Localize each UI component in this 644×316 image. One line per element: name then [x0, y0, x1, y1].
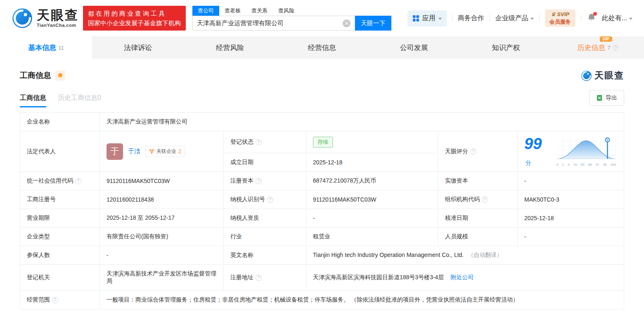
- field-label: 纳税人识别号?: [224, 190, 306, 209]
- chevron-down-icon: [629, 18, 632, 20]
- approval-date-value: 2025-12-18: [518, 209, 624, 228]
- established-date-value: 2025-12-18: [306, 153, 438, 172]
- apps-menu[interactable]: 应用: [407, 10, 447, 26]
- chevron-down-icon: [438, 18, 442, 20]
- score-value: 99分: [524, 136, 546, 167]
- account-label: 此处有...: [602, 14, 627, 23]
- monitor-bell-icon[interactable]: [55, 71, 65, 81]
- enterprise-products-label: 企业级产品: [495, 14, 528, 23]
- search-input-wrap: ✕: [192, 16, 355, 31]
- clear-icon[interactable]: ✕: [343, 19, 350, 27]
- help-icon[interactable]: ?: [52, 297, 58, 303]
- search-tab-risk[interactable]: 查风险: [273, 6, 300, 16]
- field-label: 企业类型: [20, 228, 100, 246]
- search-input[interactable]: [193, 20, 355, 27]
- header-right: 应用 商务合作 企业级产品 ♛ SVIP 会员服务 此处有...: [407, 10, 632, 26]
- avatar[interactable]: 于: [107, 143, 123, 160]
- tianyancha-logo-icon: [581, 70, 592, 81]
- nearby-companies-link[interactable]: 附近公司: [450, 274, 474, 280]
- vip-badge: VIP: [600, 36, 612, 42]
- main-content: 工商信息 天眼查 工商信息 历史工商信息0: [0, 69, 644, 309]
- field-label: 登记状态?: [224, 131, 306, 153]
- field-label: 纳税人资质: [224, 209, 306, 228]
- tab-basic-info[interactable]: 基本信息 11: [0, 36, 92, 59]
- help-icon[interactable]: ?: [256, 275, 262, 281]
- field-label: 组织机构代码?: [438, 190, 518, 209]
- tab-business-info[interactable]: 经营信息: [276, 36, 368, 59]
- registration-authority-value: 天津滨海高新技术产业开发区市场监督管理局: [100, 265, 224, 291]
- account-menu[interactable]: 此处有...: [602, 14, 632, 23]
- search-tabs: 查公司 查老板 查关系 查风险: [192, 6, 391, 16]
- field-label: 营业期限: [20, 209, 100, 228]
- table-row: 法定代表人 于 于浛 关联企业 2 登记状态?: [20, 131, 624, 153]
- main-tabbar: 基本信息 11 法律诉讼 经营风险 经营信息 公司发展 知识产权 VIP 历史信…: [0, 36, 644, 59]
- tab-intellectual-property[interactable]: 知识产权: [460, 36, 552, 59]
- field-label: 注册资本?: [224, 172, 306, 190]
- search-tab-boss[interactable]: 查老板: [219, 6, 246, 16]
- tab-label: 经营风险: [216, 43, 244, 52]
- legal-representative-link[interactable]: 于浛: [128, 147, 140, 155]
- help-icon[interactable]: ?: [256, 178, 262, 184]
- member-service-label: 会员服务: [549, 18, 571, 26]
- help-icon[interactable]: ?: [75, 178, 81, 184]
- apps-grid-icon: [412, 15, 419, 22]
- tab-legal-proceedings[interactable]: 法律诉讼: [92, 36, 184, 59]
- section-title: 工商信息: [20, 70, 51, 81]
- related-companies-badge[interactable]: 关联企业 2: [145, 146, 185, 157]
- network-icon: [149, 149, 154, 154]
- paid-capital-value: -: [518, 172, 624, 190]
- help-icon[interactable]: ?: [256, 139, 262, 145]
- notification-bell-icon[interactable]: [587, 13, 596, 23]
- search-tab-company[interactable]: 查公司: [192, 6, 219, 16]
- company-name-value: 天津高新产业运营管理有限公司: [100, 113, 624, 131]
- subtab-history-business-info[interactable]: 历史工商信息0: [58, 94, 101, 107]
- tab-operating-risk[interactable]: 经营风险: [184, 36, 276, 59]
- search-area: 查公司 查老板 查关系 查风险 ✕ 天眼一下: [192, 6, 391, 31]
- svip-member-badge[interactable]: ♛ SVIP 会员服务: [545, 10, 575, 26]
- table-row: 经营范围? 一般项目：商业综合体管理服务；住房租赁；非居住房地产租赁；机械设备租…: [20, 291, 624, 309]
- auto-translate-note: （自动翻译）: [468, 252, 502, 258]
- field-label: 行业: [224, 228, 306, 246]
- related-count: 2: [178, 149, 181, 154]
- help-icon[interactable]: ?: [482, 197, 488, 203]
- related-label: 关联企业: [156, 148, 176, 155]
- tianyancha-logo[interactable]: 天眼查 TianYanCha.com: [12, 7, 79, 29]
- field-label: 经营范围?: [20, 291, 100, 309]
- tianyancha-logo-icon: [12, 7, 33, 29]
- tab-label: 基本信息: [28, 43, 56, 52]
- staff-size-value: -: [518, 228, 624, 246]
- export-label: 导出: [606, 94, 617, 102]
- help-icon[interactable]: ?: [470, 148, 476, 154]
- registered-address-value: 天津滨海高新区滨海科技园日新道188号3号楼3-4层: [313, 274, 444, 280]
- legal-representative-cell: 于 于浛 关联企业 2: [100, 131, 224, 172]
- business-term-value: 2025-12-18 至 2055-12-17: [100, 209, 224, 228]
- table-row: 登记机关 天津滨海高新技术产业开发区市场监督管理局 注册地址? 天津滨海高新区滨…: [20, 265, 624, 291]
- tab-label: 公司发展: [400, 43, 428, 52]
- tab-count: 11: [58, 45, 64, 51]
- business-scope-value: 一般项目：商业综合体管理服务；住房租赁；非居住房地产租赁；机械设备租赁；停车场服…: [100, 291, 624, 309]
- table-row: 营业期限 2025-12-18 至 2055-12-17 纳税人资质 - 核准日…: [20, 209, 624, 228]
- slogan-banner: 都在用的商业查询工具 国家中小企业发展子基金旗下机构: [83, 6, 186, 31]
- field-label: 工商注册号: [20, 190, 100, 209]
- taxpayer-quality-value: -: [306, 209, 438, 228]
- field-label: 统一社会信用代码?: [20, 172, 100, 190]
- business-cooperation-link[interactable]: 商务合作: [458, 14, 484, 23]
- help-icon[interactable]: ?: [267, 197, 273, 203]
- field-label: 人员规模: [438, 228, 518, 246]
- table-row: 参保人数 - 英文名称 Tianjin High tech Industry O…: [20, 246, 624, 265]
- subtab-business-info[interactable]: 工商信息: [20, 94, 46, 107]
- help-icon[interactable]: ?: [613, 45, 619, 51]
- enterprise-products-menu[interactable]: 企业级产品: [495, 14, 534, 23]
- tab-history-info[interactable]: VIP 历史信息 7 ?: [552, 36, 644, 59]
- field-label: 注册地址?: [224, 265, 306, 291]
- export-button[interactable]: 导出: [589, 90, 624, 106]
- tianyancha-watermark: 天眼查: [581, 69, 624, 82]
- tab-label: 历史信息: [577, 43, 605, 52]
- search-button[interactable]: 天眼一下: [355, 16, 391, 31]
- credit-code-value: 91120116MAK50TC03W: [100, 172, 224, 190]
- field-label: 实缴资本: [438, 172, 518, 190]
- tab-label: 法律诉讼: [124, 43, 152, 52]
- search-tab-relation[interactable]: 查关系: [246, 6, 273, 16]
- tab-label: 经营信息: [308, 43, 336, 52]
- tab-company-development[interactable]: 公司发展: [368, 36, 460, 59]
